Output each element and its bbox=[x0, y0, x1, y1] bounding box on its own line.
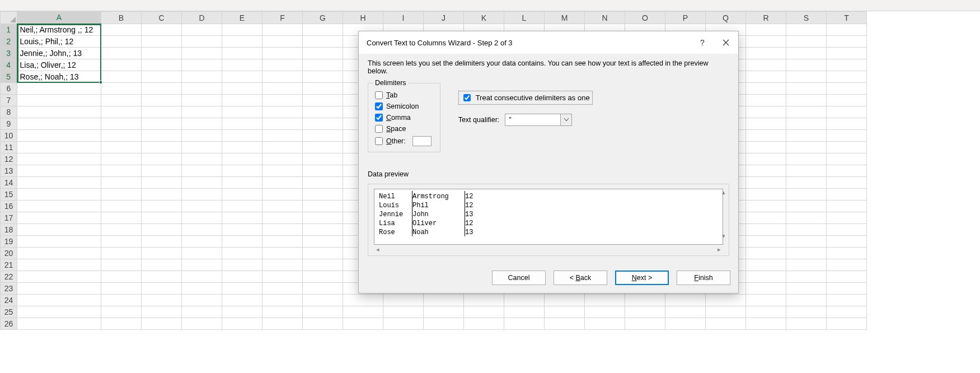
cell-T2[interactable] bbox=[827, 36, 867, 48]
cell-S9[interactable] bbox=[786, 118, 827, 130]
row-header-21[interactable]: 21 bbox=[1, 259, 17, 271]
cell-F2[interactable] bbox=[262, 36, 303, 48]
cell-C21[interactable] bbox=[142, 259, 182, 271]
cell-C9[interactable] bbox=[142, 118, 182, 130]
col-header-M[interactable]: M bbox=[545, 12, 585, 24]
cell-C4[interactable] bbox=[142, 59, 182, 71]
text-qualifier-dropdown[interactable]: " bbox=[505, 114, 572, 126]
row-header-16[interactable]: 16 bbox=[1, 201, 17, 212]
col-header-P[interactable]: P bbox=[665, 12, 706, 24]
cell-E10[interactable] bbox=[222, 130, 262, 142]
cell-N26[interactable] bbox=[585, 318, 625, 330]
cell-R7[interactable] bbox=[746, 95, 786, 106]
cell-D1[interactable] bbox=[182, 24, 222, 36]
cell-A16[interactable] bbox=[17, 201, 101, 212]
cell-D24[interactable] bbox=[182, 295, 222, 306]
cell-B19[interactable] bbox=[101, 236, 142, 248]
cell-F20[interactable] bbox=[262, 248, 303, 259]
cell-Q24[interactable] bbox=[706, 295, 746, 306]
cell-D13[interactable] bbox=[182, 165, 222, 177]
cell-A15[interactable] bbox=[17, 189, 101, 201]
cell-F8[interactable] bbox=[262, 106, 303, 118]
cell-T16[interactable] bbox=[827, 201, 867, 212]
cell-S25[interactable] bbox=[786, 306, 827, 318]
back-button[interactable]: < Back bbox=[554, 271, 607, 285]
cell-S24[interactable] bbox=[786, 295, 827, 306]
cell-E23[interactable] bbox=[222, 283, 262, 295]
cell-G23[interactable] bbox=[303, 283, 343, 295]
cell-H26[interactable] bbox=[343, 318, 383, 330]
cell-B5[interactable] bbox=[101, 71, 142, 83]
delim-comma[interactable]: Comma bbox=[375, 114, 433, 122]
cell-F15[interactable] bbox=[262, 189, 303, 201]
cell-T22[interactable] bbox=[827, 271, 867, 283]
cell-D8[interactable] bbox=[182, 106, 222, 118]
col-header-I[interactable]: I bbox=[383, 12, 424, 24]
cell-A20[interactable] bbox=[17, 248, 101, 259]
cell-C16[interactable] bbox=[142, 201, 182, 212]
cell-T18[interactable] bbox=[827, 224, 867, 236]
scroll-up-icon[interactable]: ▴ bbox=[722, 189, 725, 196]
row-header-7[interactable]: 7 bbox=[1, 95, 17, 106]
cell-R8[interactable] bbox=[746, 106, 786, 118]
col-header-B[interactable]: B bbox=[101, 12, 142, 24]
cell-S11[interactable] bbox=[786, 142, 827, 153]
cell-G22[interactable] bbox=[303, 271, 343, 283]
cell-E21[interactable] bbox=[222, 259, 262, 271]
cell-B21[interactable] bbox=[101, 259, 142, 271]
cell-R18[interactable] bbox=[746, 224, 786, 236]
cell-R12[interactable] bbox=[746, 153, 786, 165]
cell-B6[interactable] bbox=[101, 83, 142, 95]
cell-A8[interactable] bbox=[17, 106, 101, 118]
cell-B23[interactable] bbox=[101, 283, 142, 295]
cell-F3[interactable] bbox=[262, 48, 303, 59]
cell-I26[interactable] bbox=[383, 318, 424, 330]
row-header-17[interactable]: 17 bbox=[1, 212, 17, 224]
cell-T17[interactable] bbox=[827, 212, 867, 224]
cell-D25[interactable] bbox=[182, 306, 222, 318]
col-header-A[interactable]: A bbox=[17, 12, 101, 24]
cell-A3[interactable]: Jennie,; John,; 13 bbox=[17, 48, 101, 59]
cell-C10[interactable] bbox=[142, 130, 182, 142]
cell-E11[interactable] bbox=[222, 142, 262, 153]
cell-E26[interactable] bbox=[222, 318, 262, 330]
cell-T25[interactable] bbox=[827, 306, 867, 318]
cell-B26[interactable] bbox=[101, 318, 142, 330]
cell-G19[interactable] bbox=[303, 236, 343, 248]
delim-space[interactable]: Space bbox=[375, 125, 433, 133]
cell-A11[interactable] bbox=[17, 142, 101, 153]
cell-R24[interactable] bbox=[746, 295, 786, 306]
cell-G2[interactable] bbox=[303, 36, 343, 48]
cell-B11[interactable] bbox=[101, 142, 142, 153]
cell-J24[interactable] bbox=[424, 295, 464, 306]
cell-A5[interactable]: Rose,; Noah,; 13 bbox=[17, 71, 101, 83]
cell-F26[interactable] bbox=[262, 318, 303, 330]
cell-S21[interactable] bbox=[786, 259, 827, 271]
cell-E12[interactable] bbox=[222, 153, 262, 165]
cell-B3[interactable] bbox=[101, 48, 142, 59]
cell-F1[interactable] bbox=[262, 24, 303, 36]
cell-D21[interactable] bbox=[182, 259, 222, 271]
cell-D6[interactable] bbox=[182, 83, 222, 95]
cell-D3[interactable] bbox=[182, 48, 222, 59]
cell-O24[interactable] bbox=[625, 295, 665, 306]
cell-G1[interactable] bbox=[303, 24, 343, 36]
cell-E2[interactable] bbox=[222, 36, 262, 48]
cell-S15[interactable] bbox=[786, 189, 827, 201]
cell-C23[interactable] bbox=[142, 283, 182, 295]
col-header-L[interactable]: L bbox=[504, 12, 545, 24]
cell-G20[interactable] bbox=[303, 248, 343, 259]
cell-E20[interactable] bbox=[222, 248, 262, 259]
delim-other-input[interactable] bbox=[412, 136, 432, 146]
cell-F9[interactable] bbox=[262, 118, 303, 130]
cell-G21[interactable] bbox=[303, 259, 343, 271]
col-header-J[interactable]: J bbox=[424, 12, 464, 24]
cell-B22[interactable] bbox=[101, 271, 142, 283]
cell-S14[interactable] bbox=[786, 177, 827, 189]
cell-E7[interactable] bbox=[222, 95, 262, 106]
delim-tab[interactable]: Tab bbox=[375, 91, 433, 99]
cell-K25[interactable] bbox=[464, 306, 504, 318]
cell-C3[interactable] bbox=[142, 48, 182, 59]
preview-vscroll[interactable]: ▴ ▾ bbox=[720, 189, 728, 240]
cell-R16[interactable] bbox=[746, 201, 786, 212]
